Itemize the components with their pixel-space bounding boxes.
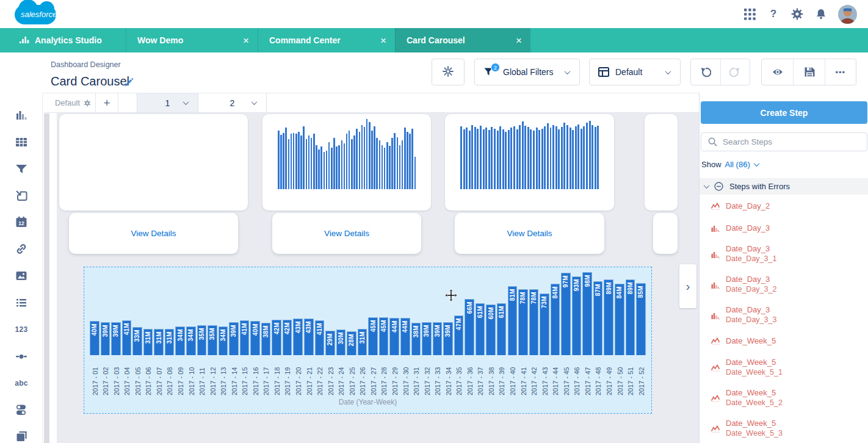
bar[interactable]: 38M — [411, 323, 421, 355]
page-selector-2[interactable]: 2 — [198, 93, 267, 112]
edit-title-pencil-icon[interactable] — [124, 77, 134, 87]
bar[interactable]: 84M — [551, 284, 560, 355]
bar[interactable]: 66M — [465, 299, 474, 355]
bar[interactable]: 31M — [143, 329, 153, 355]
app-launcher-icon[interactable] — [743, 7, 756, 21]
close-icon[interactable]: × — [243, 35, 249, 46]
step-list-item[interactable]: Date_Day_3Date_Day_3_3 — [700, 305, 868, 327]
rail-item-container-widget[interactable] — [13, 428, 29, 443]
carousel-card-chart[interactable] — [445, 114, 614, 211]
step-list-item[interactable]: Date_Day_3 — [700, 223, 868, 234]
show-filter-dropdown[interactable]: All (86) — [725, 160, 759, 169]
bar[interactable]: 89M — [604, 279, 613, 355]
step-list-item[interactable]: Date_Day_3Date_Day_3_2 — [700, 275, 868, 297]
bar[interactable]: 33M — [132, 327, 142, 355]
bar[interactable]: 35M — [208, 325, 217, 355]
view-details-link[interactable]: View Details — [131, 229, 176, 238]
bar[interactable]: 43M — [304, 319, 314, 355]
bar[interactable]: 45M — [368, 317, 378, 356]
bar[interactable]: 41M — [240, 320, 250, 355]
tab-command-center[interactable]: Command Center× — [258, 28, 395, 52]
bar[interactable]: 38M — [261, 323, 271, 355]
global-filters-button[interactable]: 2 Global Filters — [474, 59, 580, 85]
rail-item-image-widget[interactable] — [13, 268, 29, 284]
step-list-item[interactable]: Date_Week_5Date_Week_5_3 — [700, 419, 868, 441]
undo-button[interactable] — [691, 59, 720, 85]
bar[interactable]: 31M — [154, 329, 164, 355]
more-actions-button[interactable]: ••• — [825, 59, 856, 85]
page-selector-1[interactable]: 1 — [137, 93, 198, 112]
canvas-scrollbar[interactable] — [44, 113, 49, 443]
bar[interactable]: 43M — [293, 319, 303, 355]
bar[interactable]: 35M — [197, 325, 207, 355]
bar[interactable]: 85M — [636, 283, 646, 355]
step-list-item[interactable]: Date_Week_5Date_Week_5_1 — [700, 358, 868, 380]
tab-card-carousel[interactable]: Card Carousel× — [395, 28, 530, 52]
rail-item-toggle-widget[interactable] — [13, 402, 29, 417]
bar[interactable]: 41M — [315, 320, 325, 355]
bar[interactable]: 44M — [389, 318, 399, 355]
carousel-card-chart[interactable] — [645, 114, 678, 211]
bar[interactable]: 78M — [529, 289, 539, 355]
bar[interactable]: 61M — [497, 303, 507, 355]
layout-select-button[interactable]: Default — [589, 59, 681, 85]
bar[interactable]: 61M — [476, 303, 485, 355]
avatar[interactable] — [838, 5, 857, 24]
bar[interactable]: 87M — [593, 281, 603, 355]
bar[interactable]: 44M — [400, 318, 410, 355]
bar[interactable]: 84M — [615, 284, 624, 355]
step-list-item[interactable]: Date_Day_3Date_Day_3_1 — [700, 244, 868, 266]
rail-item-date-widget[interactable]: 12 — [13, 214, 29, 230]
bar[interactable]: 60M — [486, 304, 496, 355]
tab-wow-demo[interactable]: Wow Demo× — [126, 28, 258, 52]
rail-item-chart-widget[interactable] — [13, 107, 29, 123]
chart-widget[interactable]: Date (Year-Week) 40M2017 - 0139M2017 - 0… — [84, 267, 652, 414]
close-icon[interactable]: × — [380, 35, 386, 46]
save-button[interactable] — [793, 59, 824, 85]
carousel-next-button[interactable]: › — [679, 264, 696, 308]
rail-item-text-widget[interactable]: abc — [13, 375, 29, 391]
bar[interactable]: 47M — [454, 315, 464, 355]
bar[interactable]: 40M — [90, 321, 99, 355]
bar[interactable]: 93M — [572, 276, 582, 355]
bar[interactable]: 29M — [325, 331, 335, 355]
bar[interactable]: 40M — [250, 321, 260, 355]
bar[interactable]: 39M — [433, 322, 443, 355]
help-icon[interactable]: ? — [767, 7, 780, 21]
bar[interactable]: 78M — [518, 289, 528, 355]
rail-item-table-widget[interactable] — [13, 134, 29, 150]
bar[interactable]: 39M — [101, 322, 110, 355]
view-details-link[interactable]: View Details — [324, 229, 369, 238]
notifications-icon[interactable] — [814, 7, 828, 21]
step-list-item[interactable]: Date_Day_2 — [700, 201, 868, 212]
rail-item-link-widget[interactable] — [13, 241, 29, 257]
bar[interactable]: 39M — [111, 322, 121, 355]
steps-with-errors-section[interactable]: Steps with Errors — [700, 178, 868, 195]
tab-analytics-studio[interactable]: Analytics Studio — [0, 28, 126, 52]
bar[interactable]: 81M — [508, 286, 518, 355]
add-page-button[interactable]: + — [96, 93, 118, 112]
rail-item-input-widget[interactable] — [13, 188, 29, 204]
bar[interactable]: 34M — [219, 326, 228, 355]
close-icon[interactable]: × — [516, 35, 522, 46]
bar[interactable]: 73M — [540, 294, 549, 356]
bar[interactable]: 34M — [175, 326, 185, 355]
redo-button[interactable] — [720, 59, 750, 85]
bar[interactable]: 28M — [347, 331, 356, 355]
bar[interactable]: 45M — [379, 317, 389, 356]
rail-item-list-widget[interactable] — [13, 295, 29, 311]
carousel-card-chart[interactable] — [59, 114, 248, 211]
bar[interactable]: 30M — [336, 330, 346, 355]
preview-eye-button[interactable] — [762, 59, 793, 85]
create-step-button[interactable]: Create Step — [701, 101, 867, 124]
bar[interactable]: 34M — [186, 326, 196, 355]
suggestions-button[interactable] — [432, 59, 465, 85]
bar[interactable]: 97M — [561, 273, 571, 355]
rail-item-filter-widget[interactable] — [13, 161, 29, 177]
step-list-item[interactable]: Date_Week_5Date_Week_5_2 — [700, 388, 868, 410]
view-details-link[interactable]: View Details — [507, 229, 552, 238]
bar[interactable]: 41M — [122, 320, 132, 355]
bar[interactable]: 39M — [443, 322, 453, 355]
bar[interactable]: 39M — [422, 322, 432, 355]
bar[interactable]: 39M — [229, 322, 239, 355]
